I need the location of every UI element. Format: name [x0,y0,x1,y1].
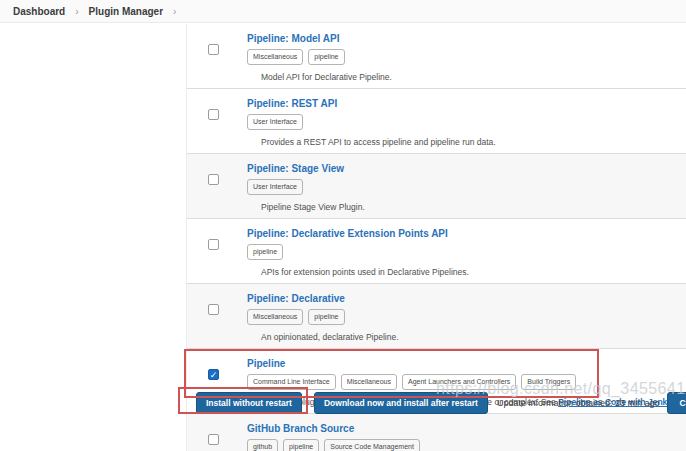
tag-chip: Source Code Management [324,439,420,451]
plugin-info: Pipeline: Model API Miscellaneous pipeli… [247,28,686,83]
plugin-checkbox[interactable] [208,434,219,445]
plugin-checkbox-checked[interactable] [208,369,219,380]
checkbox-cell [187,93,247,148]
download-and-install-after-restart-button[interactable]: Download now and install after restart [314,392,488,414]
tag-chip: pipeline [247,244,283,260]
plugin-checkbox[interactable] [208,44,219,55]
plugin-tags: Command Line Interface Miscellaneous Age… [247,374,686,390]
tag-chip: Command Line Interface [247,374,336,390]
plugin-row-pipeline-model-api: Pipeline: Model API Miscellaneous pipeli… [187,24,686,89]
plugin-list: Pipeline: Model API Miscellaneous pipeli… [186,24,686,451]
plugin-checkbox[interactable] [208,174,219,185]
plugin-checkbox[interactable] [208,304,219,315]
plugin-description: Pipeline Stage View Plugin. [261,201,686,213]
plugin-name-link[interactable]: Pipeline: Declarative [247,292,345,305]
plugin-info: Pipeline: Stage View User Interface Pipe… [247,158,686,213]
plugin-tags: pipeline [247,244,686,260]
plugin-name-link[interactable]: GitHub Branch Source [247,422,354,435]
plugin-info: Pipeline: REST API User Interface Provid… [247,93,686,148]
plugin-description: Provides a REST API to access pipeline a… [261,136,686,148]
plugin-tags: github pipeline Source Code Management [247,439,686,451]
breadcrumb: Dashboard › Plugin Manager › [0,0,686,23]
plugin-tags: Miscellaneous pipeline [247,309,686,325]
plugin-row-github-branch-source: GitHub Branch Source github pipeline Sou… [187,414,686,451]
checkbox-cell [187,418,247,451]
tag-chip: User Interface [247,114,303,130]
checkbox-cell [187,28,247,83]
plugin-info: Pipeline: Declarative Extension Points A… [247,223,686,278]
plugin-info: GitHub Branch Source github pipeline Sou… [247,418,686,451]
plugin-tags: Miscellaneous pipeline [247,49,686,65]
tag-chip: Miscellaneous [247,309,303,325]
check-now-button[interactable]: Check now [667,392,686,414]
plugin-row-pipeline-declarative: Pipeline: Declarative Miscellaneous pipe… [187,284,686,349]
tag-chip: github [247,439,278,451]
checkbox-cell [187,288,247,343]
plugin-row-pipeline-stage-view: Pipeline: Stage View User Interface Pipe… [187,154,686,219]
plugin-tags: User Interface [247,179,686,195]
install-without-restart-button[interactable]: Install without restart [196,392,302,414]
plugin-name-link[interactable]: Pipeline: Declarative Extension Points A… [247,227,448,240]
plugin-row-pipeline-rest-api: Pipeline: REST API User Interface Provid… [187,89,686,154]
chevron-right-icon: › [75,6,78,17]
plugin-row-pipeline-declarative-extension-points-api: Pipeline: Declarative Extension Points A… [187,219,686,284]
plugin-name-link[interactable]: Pipeline [247,357,285,370]
plugin-description: An opinionated, declarative Pipeline. [261,331,686,343]
plugin-checkbox[interactable] [208,109,219,120]
tag-chip: Miscellaneous [247,49,303,65]
update-status-text: Update information obtained: 23 min ago [497,398,660,408]
tag-chip: pipeline [283,439,319,451]
tag-chip: Build Triggers [521,374,576,390]
breadcrumb-item-dashboard[interactable]: Dashboard [13,6,65,17]
plugin-description: APIs for extension points used in Declar… [261,266,686,278]
plugin-tags: User Interface [247,114,686,130]
plugin-checkbox[interactable] [208,239,219,250]
tag-chip: pipeline [308,49,344,65]
plugin-info: Pipeline: Declarative Miscellaneous pipe… [247,288,686,343]
checkbox-cell [187,223,247,278]
breadcrumb-item-plugin-manager[interactable]: Plugin Manager [89,6,163,17]
plugin-name-link[interactable]: Pipeline: Stage View [247,162,344,175]
tag-chip: pipeline [308,309,344,325]
action-bar: Install without restart Download now and… [196,392,686,414]
tag-chip: User Interface [247,179,303,195]
plugin-name-link[interactable]: Pipeline: Model API [247,32,339,45]
checkbox-cell [187,158,247,213]
plugin-name-link[interactable]: Pipeline: REST API [247,97,337,110]
plugin-description: Model API for Declarative Pipeline. [261,71,686,83]
tag-chip: Agent Launchers and Controllers [402,374,516,390]
chevron-right-icon: › [173,6,176,17]
tag-chip: Miscellaneous [341,374,397,390]
